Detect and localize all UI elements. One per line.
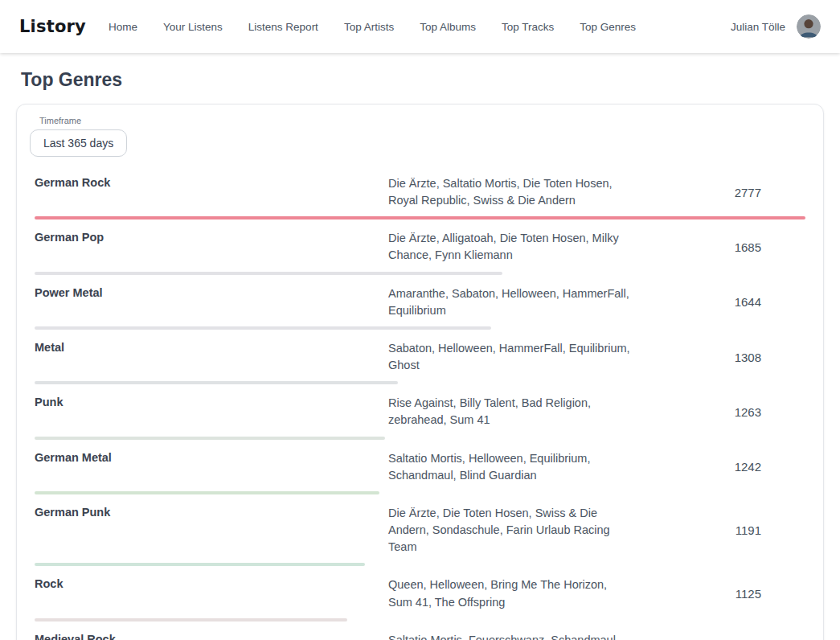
genre-row: Power Metal Amaranthe, Sabaton, Hellowee… xyxy=(35,275,805,330)
genre-row: German Pop Die Ärzte, Alligatoah, Die To… xyxy=(35,219,805,274)
genre-artists: Sabaton, Helloween, HammerFall, Equilibr… xyxy=(388,340,633,374)
genre-row: Rock Queen, Helloween, Bring Me The Hori… xyxy=(35,566,805,621)
genre-row: Metal Sabaton, Helloween, HammerFall, Eq… xyxy=(35,330,805,384)
genre-name: Punk xyxy=(35,395,388,429)
nav-links: HomeYour ListensListens ReportTop Artist… xyxy=(109,21,636,33)
nav-link-top-albums[interactable]: Top Albums xyxy=(420,21,476,33)
genre-name: Medieval Rock xyxy=(35,632,388,640)
nav-link-listens-report[interactable]: Listens Report xyxy=(248,21,318,33)
genre-name: German Rock xyxy=(35,175,388,209)
nav-link-home[interactable]: Home xyxy=(109,21,137,33)
nav-link-your-listens[interactable]: Your Listens xyxy=(163,21,223,33)
genre-artists: Die Ärzte, Die Toten Hosen, Swiss & Die … xyxy=(388,505,633,556)
timeframe-label: Timeframe xyxy=(39,116,810,125)
genre-name: German Pop xyxy=(35,230,388,264)
genre-count: 1644 xyxy=(633,295,805,309)
avatar[interactable] xyxy=(797,14,821,39)
brand-logo[interactable]: Listory xyxy=(19,17,86,36)
genre-name: German Punk xyxy=(35,505,388,556)
timeframe-filter: Timeframe Last 365 days xyxy=(17,116,823,160)
genre-name: Rock xyxy=(35,576,388,610)
genre-row: German Rock Die Ärzte, Saltatio Mortis, … xyxy=(35,165,805,219)
user-menu[interactable]: Julian Tölle xyxy=(731,14,821,39)
nav-link-top-artists[interactable]: Top Artists xyxy=(344,21,394,33)
user-name: Julian Tölle xyxy=(731,21,785,33)
nav-link-top-tracks[interactable]: Top Tracks xyxy=(502,21,554,33)
genre-artists: Die Ärzte, Saltatio Mortis, Die Toten Ho… xyxy=(388,175,633,209)
top-navigation: Listory HomeYour ListensListens ReportTo… xyxy=(0,0,840,53)
genre-name: German Metal xyxy=(35,450,388,484)
genre-artists: Die Ärzte, Alligatoah, Die Toten Hosen, … xyxy=(388,230,633,264)
page-title: Top Genres xyxy=(21,69,840,91)
genre-row: Punk Rise Against, Billy Talent, Bad Rel… xyxy=(35,384,805,439)
genre-row: German Metal Saltatio Mortis, Helloween,… xyxy=(35,440,805,494)
genre-artists: Amaranthe, Sabaton, Helloween, HammerFal… xyxy=(388,285,633,319)
timeframe-select[interactable]: Last 365 days xyxy=(30,129,127,157)
nav-link-top-genres[interactable]: Top Genres xyxy=(580,21,636,33)
genre-artists: Queen, Helloween, Bring Me The Horizon, … xyxy=(388,576,633,610)
genre-artists: Saltatio Mortis, Feuerschwanz, Schandmau… xyxy=(388,632,633,640)
genre-count: 1263 xyxy=(633,405,805,419)
genre-row: Medieval Rock Saltatio Mortis, Feuerschw… xyxy=(35,622,805,640)
genre-name: Power Metal xyxy=(35,285,388,319)
genre-name: Metal xyxy=(35,340,388,374)
genre-count: 1191 xyxy=(633,523,805,537)
genre-artists: Rise Against, Billy Talent, Bad Religion… xyxy=(388,395,633,429)
genre-count: 1242 xyxy=(633,460,805,474)
genre-count: 2777 xyxy=(633,186,805,199)
genre-count: 1308 xyxy=(633,351,805,364)
genre-row: German Punk Die Ärzte, Die Toten Hosen, … xyxy=(35,494,805,566)
genre-list: German Rock Die Ärzte, Saltatio Mortis, … xyxy=(17,160,823,640)
genre-count: 1685 xyxy=(633,240,805,254)
top-genres-card: Timeframe Last 365 days German Rock Die … xyxy=(16,104,824,640)
genre-count: 1125 xyxy=(633,587,805,601)
genre-artists: Saltatio Mortis, Helloween, Equilibrium,… xyxy=(388,450,633,484)
